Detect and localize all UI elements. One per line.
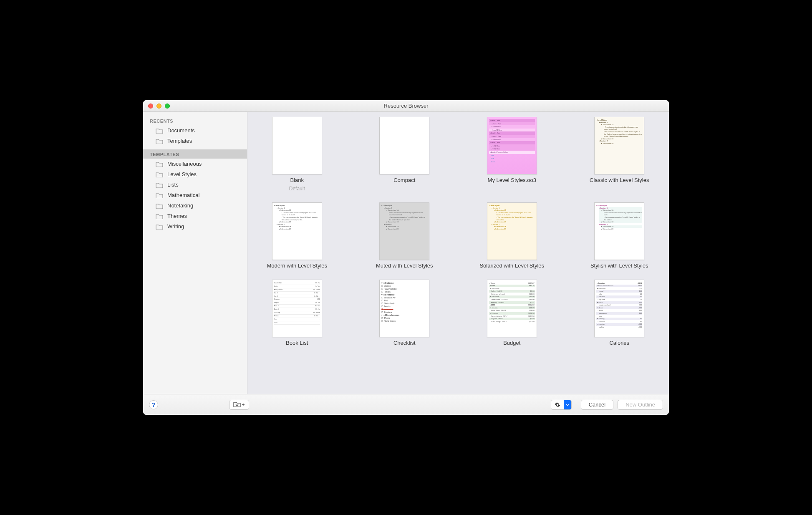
sidebar-item-label: Notetaking <box>167 202 193 209</box>
sidebar-item-label: Miscellaneous <box>167 161 202 167</box>
template-thumbnail: • Level Styles ▾ Section 1 ▾ Subsection … <box>594 117 644 174</box>
template-checklist[interactable]: ▾ □ Suitcase Clothes Power adapter Penci… <box>363 280 446 346</box>
template-thumbnail: • Level Styles ▾ Section 1 ▾ Subsection … <box>487 202 537 260</box>
sidebar-item-documents[interactable]: Documents <box>143 125 247 136</box>
template-label: Book List <box>286 340 308 346</box>
template-thumbnail <box>379 117 429 174</box>
template-thumbnail: ▾ Tuesday-1113 • basal metabolic rate-18… <box>594 280 644 337</box>
sidebar-item-themes[interactable]: Themes <box>143 211 247 221</box>
gear-icon <box>551 400 564 409</box>
template-label: Modern with Level Styles <box>267 263 327 269</box>
traffic-lights <box>143 104 170 109</box>
template-sublabel: Default <box>289 186 305 192</box>
template-label: Calories <box>609 340 629 346</box>
window-body: RECENTS Documents Templates TEMPLATES Mi… <box>143 112 669 394</box>
template-label: Checklist <box>393 340 416 346</box>
template-thumbnail: ▾ Taxes$197.87 ▾ 2013$63.36 ▾ November C… <box>487 280 537 337</box>
sidebar: RECENTS Documents Templates TEMPLATES Mi… <box>143 112 247 394</box>
sidebar-section-templates[interactable]: TEMPLATES <box>143 149 247 159</box>
template-label: Solarized with Level Styles <box>479 263 544 269</box>
sidebar-item-mathematical[interactable]: Mathematical <box>143 190 247 200</box>
svg-point-0 <box>236 404 238 405</box>
sidebar-item-notetaking[interactable]: Notetaking <box>143 200 247 211</box>
template-thumbnail <box>272 117 322 174</box>
sidebar-item-templates-recent[interactable]: Templates <box>143 136 247 146</box>
template-budget[interactable]: ▾ Taxes$197.87 ▾ 2013$63.36 ▾ November C… <box>471 280 553 346</box>
sidebar-item-miscellaneous[interactable]: Miscellaneous <box>143 159 247 169</box>
sidebar-item-label: Level Styles <box>167 171 197 177</box>
template-my-level-styles[interactable]: ▸ Level 1 Row ▸ Level 2 Row Level 3 Row … <box>471 117 553 192</box>
template-classic-level-styles[interactable]: • Level Styles ▾ Section 1 ▾ Subsection … <box>578 117 661 192</box>
template-thumbnail: • Level Styles ▾ Section 1 ▾ Subsection … <box>272 202 322 260</box>
template-solarized-level-styles[interactable]: • Level Styles ▾ Section 1 ▾ Subsection … <box>471 202 553 269</box>
plus-icon: + <box>242 402 245 408</box>
titlebar: Resource Browser <box>143 100 669 112</box>
bottom-toolbar: ? + Cancel New Outline <box>143 394 669 415</box>
sidebar-item-writing[interactable]: Writing <box>143 221 247 232</box>
sidebar-item-level-styles[interactable]: Level Styles <box>143 169 247 179</box>
sidebar-item-label: Templates <box>167 138 192 144</box>
template-label: Compact <box>393 177 415 183</box>
template-compact[interactable]: Compact <box>363 117 446 192</box>
folder-icon <box>156 203 163 209</box>
template-book-list[interactable]: Catcher/RyePb No LolitaHc Yes Harry Pott… <box>256 280 338 346</box>
sidebar-item-label: Mathematical <box>167 192 199 198</box>
template-thumbnail: ▸ Level 1 Row ▸ Level 2 Row Level 3 Row … <box>487 117 537 174</box>
folder-icon <box>156 161 163 167</box>
close-window-button[interactable] <box>148 104 153 109</box>
template-grid-area: Blank Default Compact ▸ Level 1 Row ▸ Le… <box>247 112 669 394</box>
folder-icon <box>156 192 163 198</box>
sidebar-section-recents[interactable]: RECENTS <box>143 116 247 125</box>
template-thumbnail: • Level Styles ▾ Section 1 ▾ Subsection … <box>594 202 644 260</box>
help-icon: ? <box>152 401 156 408</box>
new-outline-button[interactable]: New Outline <box>618 400 663 410</box>
sidebar-item-label: Themes <box>167 213 187 219</box>
template-blank[interactable]: Blank Default <box>256 117 338 192</box>
template-modern-level-styles[interactable]: • Level Styles ▾ Section 1 ▾ Subsection … <box>256 202 338 269</box>
window-title: Resource Browser <box>143 103 669 109</box>
template-label: Classic with Level Styles <box>590 177 649 183</box>
template-label: Stylish with Level Styles <box>590 263 648 269</box>
template-muted-level-styles[interactable]: • Level Styles ▾ Section 1 ▾ Subsection … <box>363 202 446 269</box>
folder-icon <box>156 213 163 219</box>
template-thumbnail: ▾ □ Suitcase Clothes Power adapter Penci… <box>379 280 429 337</box>
sidebar-item-label: Writing <box>167 223 184 230</box>
add-linked-folder-button[interactable]: + <box>229 400 249 410</box>
template-label: My Level Styles.oo3 <box>488 177 536 183</box>
linked-folder-icon <box>233 401 241 409</box>
folder-icon <box>156 172 163 177</box>
sidebar-item-lists[interactable]: Lists <box>143 179 247 190</box>
folder-icon <box>156 182 163 188</box>
template-calories[interactable]: ▾ Tuesday-1113 • basal metabolic rate-18… <box>578 280 661 346</box>
zoom-window-button[interactable] <box>165 104 170 109</box>
minimize-window-button[interactable] <box>156 104 161 109</box>
chevron-down-icon <box>564 400 571 409</box>
template-label: Blank <box>290 177 304 183</box>
folder-icon <box>156 128 163 134</box>
help-button[interactable]: ? <box>149 400 158 409</box>
template-thumbnail: • Level Styles ▾ Section 1 ▾ Subsection … <box>379 202 429 260</box>
template-label: Budget <box>503 340 520 346</box>
template-label: Muted with Level Styles <box>376 263 433 269</box>
resource-browser-window: Resource Browser RECENTS Documents Templ… <box>143 100 669 415</box>
template-grid: Blank Default Compact ▸ Level 1 Row ▸ Le… <box>256 117 661 346</box>
template-stylish-level-styles[interactable]: • Level Styles ▾ Section 1 ▾ Subsection … <box>578 202 661 269</box>
folder-icon <box>156 138 163 144</box>
sidebar-item-label: Lists <box>167 182 179 188</box>
cancel-button[interactable]: Cancel <box>581 400 613 410</box>
action-menu-button[interactable] <box>551 400 572 410</box>
folder-icon <box>156 224 163 230</box>
template-thumbnail: Catcher/RyePb No LolitaHc Yes Harry Pott… <box>272 280 322 337</box>
sidebar-item-label: Documents <box>167 127 195 134</box>
